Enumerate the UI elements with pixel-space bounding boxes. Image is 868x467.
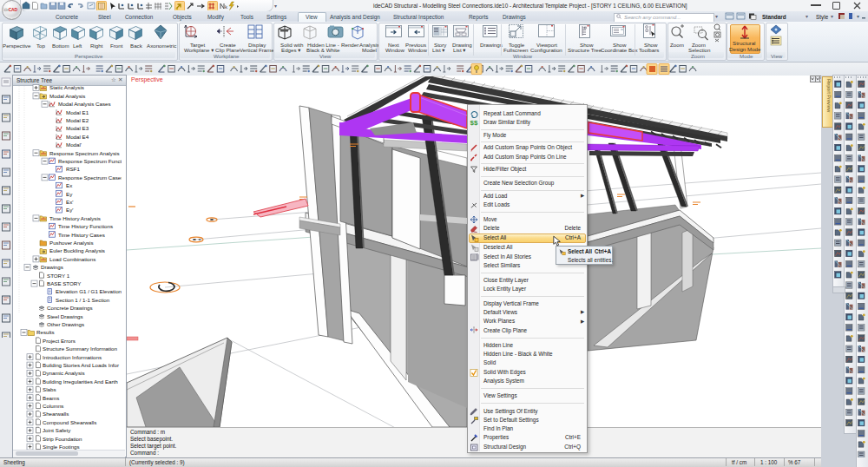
svg-text:Modal Analysis: Modal Analysis — [49, 93, 85, 99]
svg-text:Dynamic Analysis: Dynamic Analysis — [43, 370, 84, 376]
svg-text:Static Analysis: Static Analysis — [49, 84, 84, 90]
svg-text:Building Irregularities And Ea: Building Irregularities And Earth — [43, 378, 118, 385]
svg-text:▾: ▾ — [857, 14, 859, 19]
svg-text:Time History Cases: Time History Cases — [58, 232, 105, 238]
svg-text:Introduction Informations: Introduction Informations — [43, 354, 102, 360]
svg-text:Slabs: Slabs — [43, 386, 56, 392]
svg-text:Concrete Drawings: Concrete Drawings — [47, 305, 93, 311]
svg-text:Load Combinations: Load Combinations — [49, 256, 95, 262]
svg-text:Euler Buckling Analysis: Euler Buckling Analysis — [49, 247, 105, 253]
svg-text:Single Footings: Single Footings — [43, 444, 80, 450]
svg-text:Pushover Analysis: Pushover Analysis — [49, 240, 94, 246]
svg-text:STORY 1: STORY 1 — [47, 273, 70, 279]
svg-text:Response Spectrum Cases: Response Spectrum Cases — [58, 174, 122, 181]
svg-text:Response Spectrum Analysis: Response Spectrum Analysis — [49, 150, 119, 156]
svg-text:Steel Drawings: Steel Drawings — [47, 313, 83, 319]
svg-text:$$: $$ — [470, 119, 477, 127]
svg-text:Ey': Ey' — [66, 207, 73, 213]
svg-text:Elevation G1 / G1 Elevation: Elevation G1 / G1 Elevation — [56, 288, 122, 294]
svg-text:Other Drawings: Other Drawings — [47, 321, 84, 327]
svg-text:Results: Results — [36, 329, 55, 335]
svg-text:Compound Shearwalls: Compound Shearwalls — [43, 419, 96, 425]
svg-text:Structure Summary Information: Structure Summary Information — [43, 345, 118, 352]
svg-text:Modal': Modal' — [66, 141, 82, 148]
svg-text:BASE STORY: BASE STORY — [47, 280, 81, 286]
svg-text:Ey: Ey — [66, 191, 73, 197]
svg-text:Time History Functions: Time History Functions — [58, 223, 113, 229]
svg-text:Building Stories And Loads Inf: Building Stories And Loads Infor — [43, 362, 119, 368]
svg-text:Response Spectrum Functions: Response Spectrum Functions — [58, 158, 122, 164]
svg-text:Strip Foundation: Strip Foundation — [43, 436, 82, 442]
svg-text:Time History Analysis: Time History Analysis — [49, 215, 101, 221]
svg-text:Modal E1: Modal E1 — [66, 109, 89, 115]
svg-text:Modal E2: Modal E2 — [66, 117, 89, 123]
svg-text:Ex': Ex' — [66, 199, 73, 205]
svg-text:Modal Analysis Cases: Modal Analysis Cases — [58, 101, 111, 107]
svg-text:Ex: Ex — [66, 182, 73, 188]
svg-text:Columns: Columns — [43, 403, 63, 409]
svg-text:Shearwalls: Shearwalls — [43, 411, 69, 417]
svg-text:Project Errors: Project Errors — [43, 338, 76, 344]
svg-text:Beams: Beams — [43, 395, 59, 401]
svg-text:Drawings: Drawings — [41, 264, 63, 270]
svg-text:Section 1 / 1-1 Section: Section 1 / 1-1 Section — [56, 297, 110, 303]
svg-text:Joint Safety: Joint Safety — [43, 427, 71, 433]
svg-text:RSF1: RSF1 — [66, 166, 80, 172]
svg-text:Modal E4: Modal E4 — [66, 134, 89, 140]
svg-text:Modal E3: Modal E3 — [66, 125, 89, 131]
